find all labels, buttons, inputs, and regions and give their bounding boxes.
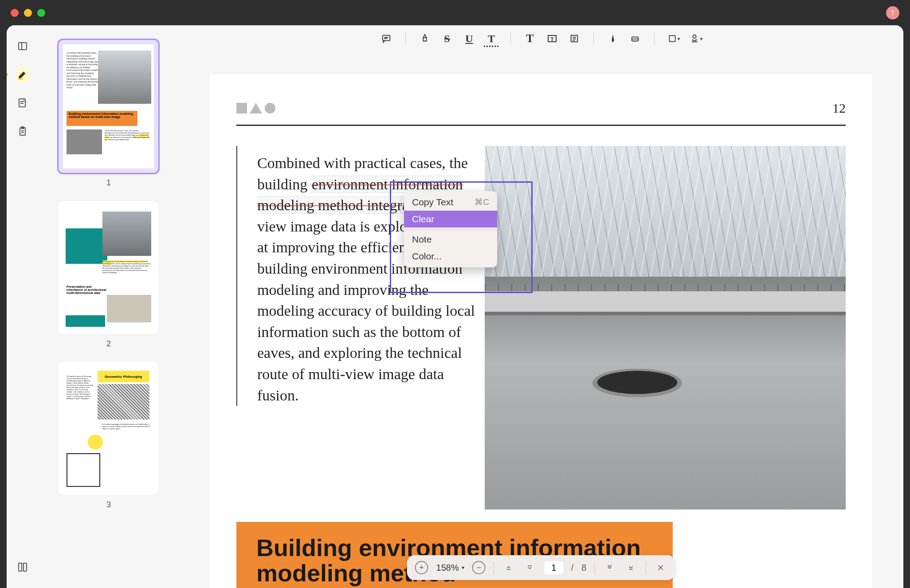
- square-icon: [236, 103, 247, 114]
- window-controls: [11, 9, 45, 17]
- svg-text:T: T: [550, 36, 554, 42]
- minimize-window-button[interactable]: [24, 9, 32, 17]
- left-sidebar: [7, 25, 39, 588]
- notes-icon[interactable]: [15, 95, 30, 110]
- page-number: 12: [832, 101, 846, 116]
- page-controls-bar: + 158%▾ − / 8: [407, 555, 675, 580]
- panels-icon[interactable]: [15, 39, 30, 54]
- toolbar-separator: [405, 32, 406, 45]
- main-area: S U T T T ▾ ▾ 12: [179, 25, 903, 588]
- svg-rect-2: [18, 78, 23, 80]
- page-viewport[interactable]: 12 Combined with practical cases, the bu…: [179, 52, 903, 588]
- reader-view-icon[interactable]: [15, 560, 30, 575]
- thumbnail-panel: Combined with practical cases, the build…: [39, 25, 179, 588]
- document-page: 12 Combined with practical cases, the bu…: [210, 74, 872, 588]
- textbox-tool-icon[interactable]: T: [545, 31, 560, 46]
- header-logo-shapes: [236, 103, 275, 114]
- thumbnail-page-1[interactable]: Combined with practical cases, the build…: [59, 40, 159, 188]
- app-window: Combined with practical cases, the build…: [7, 25, 903, 588]
- highlight-tool-icon[interactable]: [417, 31, 432, 46]
- pager-separator: [494, 561, 494, 574]
- pager-separator: [645, 561, 646, 574]
- thumbnail-number: 2: [59, 339, 159, 349]
- context-menu-copy[interactable]: Copy Text⌘C: [404, 194, 497, 211]
- prev-page-button[interactable]: [502, 561, 515, 574]
- page-number-input[interactable]: [545, 561, 563, 574]
- page-content: Combined with practical cases, the build…: [236, 146, 846, 510]
- annotation-toolbar: S U T T T ▾ ▾: [179, 25, 903, 52]
- comment-tool-icon[interactable]: [379, 31, 394, 46]
- page-sep: /: [571, 563, 574, 573]
- context-menu-note[interactable]: Note: [404, 229, 497, 248]
- highlighter-tool-icon[interactable]: [15, 67, 30, 82]
- thumbnail-page-2[interactable]: At the process of architecture and prese…: [59, 201, 159, 349]
- last-page-button[interactable]: [624, 561, 637, 574]
- header-rule: [236, 125, 846, 126]
- strikethrough-tool-icon[interactable]: S: [439, 31, 455, 46]
- context-menu-clear[interactable]: Clear: [404, 211, 497, 227]
- shape-tool-icon[interactable]: ▾: [666, 31, 681, 46]
- user-avatar[interactable]: T: [886, 6, 899, 20]
- titlebar: T: [0, 0, 910, 25]
- note-tool-icon[interactable]: [567, 31, 582, 46]
- stamp-tool-icon[interactable]: ▾: [688, 31, 703, 46]
- close-window-button[interactable]: [11, 9, 19, 17]
- pen-tool-icon[interactable]: [605, 31, 620, 46]
- article-paragraph: Combined with practical cases, the build…: [236, 146, 485, 406]
- toolbar-separator: [654, 32, 655, 45]
- toolbar-separator: [593, 32, 594, 45]
- eraser-tool-icon[interactable]: [628, 31, 643, 46]
- underline-tool-icon[interactable]: U: [462, 31, 477, 46]
- page-total: 8: [581, 563, 586, 573]
- fullscreen-window-button[interactable]: [37, 9, 45, 17]
- thumbnail-page-3[interactable]: The specific space of the image can be e…: [59, 362, 159, 510]
- svg-rect-10: [383, 35, 390, 41]
- svg-rect-0: [19, 43, 27, 50]
- zoom-out-button[interactable]: −: [472, 561, 486, 574]
- triangle-icon: [250, 103, 262, 114]
- svg-rect-21: [669, 35, 675, 41]
- toolbar-separator: [510, 32, 511, 45]
- context-menu-color[interactable]: Color...: [404, 248, 497, 265]
- page-header: 12: [236, 101, 846, 116]
- circle-icon: [265, 103, 275, 114]
- thumbnail-number: 3: [59, 500, 159, 510]
- clipboard-icon[interactable]: [15, 124, 30, 139]
- next-page-button[interactable]: [523, 561, 537, 574]
- text-tool-icon[interactable]: T: [522, 31, 537, 46]
- svg-point-22: [693, 35, 696, 38]
- close-pager-button[interactable]: [654, 561, 667, 574]
- zoom-in-button[interactable]: +: [415, 561, 428, 574]
- squiggly-tool-icon[interactable]: T: [484, 31, 499, 46]
- hero-image: [485, 146, 846, 510]
- context-menu: Copy Text⌘C Clear Note Color...: [404, 191, 497, 267]
- zoom-level-dropdown[interactable]: 158%▾: [436, 563, 464, 573]
- pager-separator: [594, 561, 595, 574]
- first-page-button[interactable]: [603, 561, 616, 574]
- thumbnail-number: 1: [59, 178, 159, 188]
